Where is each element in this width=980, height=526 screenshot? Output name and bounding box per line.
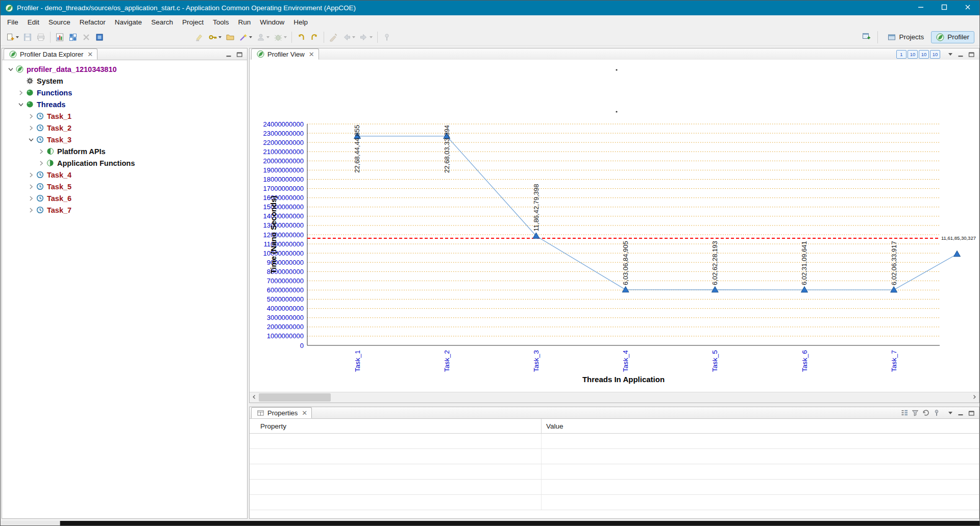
window-maximize-button[interactable] <box>933 1 956 15</box>
menu-item-window[interactable]: Window <box>255 16 289 28</box>
explorer-minimize-button[interactable] <box>224 49 234 59</box>
menu-item-tools[interactable]: Tools <box>208 16 234 28</box>
menu-item-source[interactable]: Source <box>44 16 75 28</box>
profiler-view-minimize-button[interactable] <box>956 49 966 59</box>
open-perspective-button[interactable] <box>860 31 872 44</box>
tree-collapsed-arrow-icon[interactable] <box>37 147 45 156</box>
menu-item-edit[interactable]: Edit <box>23 16 44 28</box>
tree-expanded-arrow-icon[interactable] <box>6 65 15 73</box>
window-close-button[interactable] <box>956 1 979 15</box>
perspective-projects-button[interactable]: Projects <box>883 31 929 43</box>
explorer-maximize-button[interactable] <box>235 49 244 59</box>
tree-collapsed-arrow-icon[interactable] <box>27 194 35 203</box>
tree-item-threads[interactable]: Threads <box>2 98 247 110</box>
tree-item-application-functions[interactable]: Application Functions <box>2 157 247 169</box>
profile-as-button[interactable] <box>255 31 271 44</box>
x-axis-category-label[interactable]: Task_5 <box>711 350 719 372</box>
menu-item-search[interactable]: Search <box>146 16 178 28</box>
window-minimize-button[interactable] <box>909 1 933 15</box>
profiler-view-tab-close-icon[interactable]: ✕ <box>309 51 314 58</box>
properties-minimize-button[interactable] <box>956 408 966 418</box>
menu-item-refactor[interactable]: Refactor <box>75 16 110 28</box>
save-button[interactable] <box>21 31 34 44</box>
properties-empty-row[interactable] <box>250 495 979 510</box>
data-point-marker[interactable] <box>712 287 718 292</box>
chart-scale-button-3[interactable]: 10 <box>930 50 940 59</box>
data-point-marker[interactable] <box>891 287 897 292</box>
partial-data-point-marker[interactable] <box>954 251 961 256</box>
chart-scale-button-1[interactable]: 10 <box>908 50 918 59</box>
tree-item-task-2[interactable]: Task_2 <box>2 122 247 134</box>
menu-item-file[interactable]: File <box>3 16 23 28</box>
tree-item-functions[interactable]: Functions <box>2 87 247 98</box>
properties-maximize-button[interactable] <box>967 408 976 418</box>
tree-expanded-arrow-icon[interactable] <box>16 101 25 109</box>
tab-profiler-data-explorer[interactable]: Profiler Data Explorer ✕ <box>4 48 97 60</box>
data-point-marker[interactable] <box>622 286 629 292</box>
externalize-strings-button[interactable] <box>207 31 223 44</box>
highlight-button[interactable] <box>193 31 206 44</box>
chart-scale-button-2[interactable]: 10 <box>919 50 929 59</box>
next-annotation-button[interactable] <box>308 31 321 44</box>
last-edit-location-button[interactable] <box>327 31 339 44</box>
tree-item-system[interactable]: System <box>2 75 247 87</box>
tree-item-task-3[interactable]: Task_3 <box>2 134 247 145</box>
properties-view-menu-button[interactable] <box>945 408 955 418</box>
properties-empty-row[interactable] <box>250 480 979 495</box>
x-axis-category-label[interactable]: Task_4 <box>622 350 629 372</box>
open-resource-button[interactable] <box>224 31 236 44</box>
tab-profiler-view[interactable]: Profiler View ✕ <box>251 48 319 60</box>
chart-scale-button-0[interactable]: 1 <box>896 50 906 59</box>
menu-item-help[interactable]: Help <box>289 16 312 28</box>
tree-item-task-4[interactable]: Task_4 <box>2 169 247 181</box>
menu-item-navigate[interactable]: Navigate <box>110 16 146 28</box>
tree-item-task-5[interactable]: Task_5 <box>2 181 247 192</box>
new-wizard-button[interactable] <box>4 31 20 44</box>
profiler-snapshot-button[interactable] <box>93 31 106 44</box>
value-column-header[interactable]: Value <box>542 419 564 433</box>
properties-show-categories-button[interactable] <box>899 408 909 418</box>
x-axis-category-label[interactable]: Task_7 <box>890 350 898 372</box>
tree-item-task-1[interactable]: Task_1 <box>2 110 247 122</box>
explorer-tab-close-icon[interactable]: ✕ <box>87 51 93 58</box>
tree-collapsed-arrow-icon[interactable] <box>37 159 45 167</box>
scroll-left-button[interactable] <box>250 392 259 403</box>
tree-item-task-6[interactable]: Task_6 <box>2 192 247 204</box>
scrollbar-track[interactable] <box>259 392 970 403</box>
debug-as-button[interactable] <box>272 31 288 44</box>
profiler-view-view-menu-button[interactable] <box>945 49 955 59</box>
tree-collapsed-arrow-icon[interactable] <box>16 89 25 97</box>
compare-profiler-data-button[interactable] <box>67 31 79 44</box>
x-axis-category-label[interactable]: Task_3 <box>532 350 540 372</box>
tree-collapsed-arrow-icon[interactable] <box>27 112 35 120</box>
tree-item-platform-apis[interactable]: Platform APIs <box>2 145 247 157</box>
tree-collapsed-arrow-icon[interactable] <box>27 124 35 132</box>
clear-profiler-data-button[interactable] <box>80 31 92 44</box>
x-axis-category-label[interactable]: Task_6 <box>801 350 808 372</box>
properties-empty-row[interactable] <box>250 464 979 480</box>
properties-pin-view-button[interactable] <box>932 408 941 418</box>
properties-restore-default-button[interactable] <box>921 408 930 418</box>
tree-collapsed-arrow-icon[interactable] <box>27 206 35 214</box>
profiler-report-button[interactable] <box>54 31 66 44</box>
print-button[interactable] <box>35 31 47 44</box>
tree-collapsed-arrow-icon[interactable] <box>27 183 35 191</box>
scroll-right-button[interactable] <box>970 392 979 403</box>
back-button[interactable] <box>340 31 357 44</box>
previous-annotation-button[interactable] <box>295 31 307 44</box>
perspective-profiler-button[interactable]: Profiler <box>931 31 974 43</box>
properties-empty-row[interactable] <box>250 434 979 449</box>
x-axis-category-label[interactable]: Task_1 <box>354 350 361 372</box>
x-axis-category-label[interactable]: Task_2 <box>443 350 451 372</box>
tree-item-task-7[interactable]: Task_7 <box>2 204 247 216</box>
tab-properties[interactable]: Properties ✕ <box>251 407 312 418</box>
properties-show-advanced-button[interactable] <box>910 408 920 418</box>
tree-collapsed-arrow-icon[interactable] <box>27 171 35 179</box>
tree-item-profiler-data-1210343810[interactable]: profiler_data_1210343810 <box>2 63 247 75</box>
profiler-view-maximize-button[interactable] <box>967 49 976 59</box>
tree-expanded-arrow-icon[interactable] <box>27 136 35 144</box>
pin-editor-button[interactable] <box>381 31 393 44</box>
property-column-header[interactable]: Property <box>250 419 542 433</box>
forward-button[interactable] <box>358 31 374 44</box>
properties-empty-row[interactable] <box>250 449 979 464</box>
